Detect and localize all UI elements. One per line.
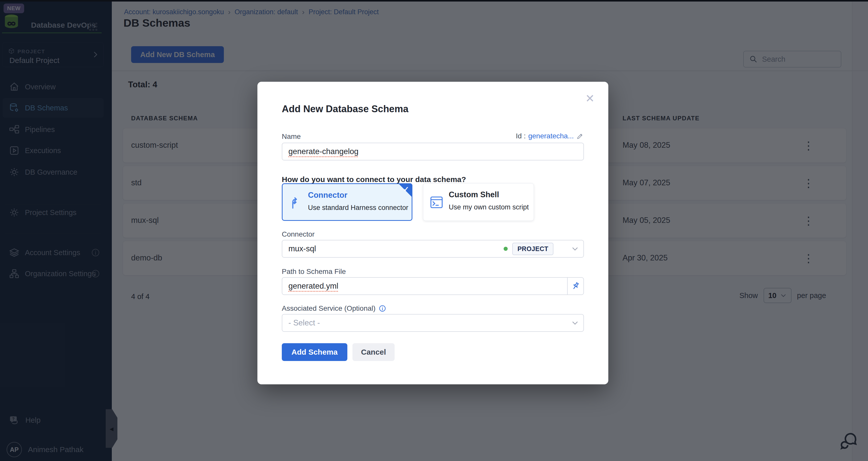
connect-question: How do you want to connect to your data … bbox=[282, 175, 466, 184]
id-prefix: Id : bbox=[516, 132, 526, 140]
connector-select[interactable]: mux-sql PROJECT bbox=[282, 240, 584, 258]
service-select-placeholder: - Select - bbox=[288, 318, 320, 327]
option-card-custom-shell[interactable]: Custom Shell Use my own custom script bbox=[423, 183, 534, 221]
check-icon: ✓ bbox=[403, 185, 409, 193]
id-row: Id : generatecha... bbox=[516, 132, 584, 140]
pin-icon bbox=[571, 282, 580, 291]
path-input-value: generated.yml bbox=[288, 282, 338, 291]
id-value-link[interactable]: generatecha... bbox=[528, 132, 574, 140]
edit-pencil-icon[interactable] bbox=[576, 132, 584, 140]
modal-title: Add New Database Schema bbox=[282, 104, 408, 114]
service-label: Associated Service (Optional) bbox=[282, 304, 376, 312]
name-input-value: generate-changelog bbox=[288, 147, 359, 156]
option-title: Custom Shell bbox=[449, 190, 499, 199]
path-input[interactable]: generated.yml bbox=[282, 277, 584, 295]
close-icon[interactable]: ✕ bbox=[585, 93, 595, 104]
status-dot bbox=[504, 247, 508, 251]
option-subtitle: Use my own custom script bbox=[449, 203, 529, 211]
name-input[interactable]: generate-changelog bbox=[282, 143, 584, 160]
service-select[interactable]: - Select - bbox=[282, 314, 584, 332]
path-label: Path to Schema File bbox=[282, 268, 346, 276]
add-schema-button[interactable]: Add Schema bbox=[282, 343, 347, 361]
option-title: Connector bbox=[308, 191, 347, 200]
pin-segment[interactable] bbox=[567, 278, 583, 294]
connector-arrows-icon bbox=[289, 196, 303, 210]
service-select-right bbox=[558, 315, 579, 331]
chevron-down-icon bbox=[571, 319, 579, 327]
option-card-connector[interactable]: ✓ Connector Use standard Harness connect… bbox=[282, 183, 412, 221]
chevron-down-icon bbox=[571, 245, 579, 253]
terminal-icon bbox=[429, 195, 444, 209]
connector-select-value: mux-sql bbox=[288, 244, 316, 253]
connector-label: Connector bbox=[282, 230, 315, 238]
option-subtitle: Use standard Harness connector bbox=[308, 204, 408, 212]
add-schema-modal: ✕ Add New Database Schema Name Id : gene… bbox=[257, 82, 608, 384]
scope-badge: PROJECT bbox=[512, 243, 553, 255]
connector-select-right: PROJECT bbox=[504, 240, 579, 257]
service-label-row: Associated Service (Optional) bbox=[282, 304, 386, 312]
app-root: NEW Database DevOps PROJECT bbox=[0, 0, 868, 461]
info-icon[interactable] bbox=[379, 305, 386, 312]
cancel-button[interactable]: Cancel bbox=[352, 343, 395, 361]
name-label: Name bbox=[282, 133, 301, 141]
modal-buttons: Add Schema Cancel bbox=[282, 343, 395, 361]
